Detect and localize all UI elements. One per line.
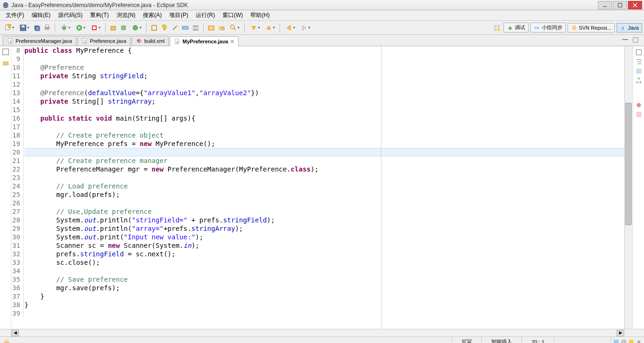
external-tools-button[interactable]: ▾ xyxy=(88,23,102,33)
field-icon[interactable] xyxy=(181,23,190,33)
code-line[interactable]: // Save preference xyxy=(25,275,624,284)
print-button[interactable] xyxy=(42,23,52,33)
gc-icon[interactable] xyxy=(636,339,642,343)
open-task-button[interactable] xyxy=(217,23,226,33)
editor-tab-build-xml[interactable]: build.xml✕ xyxy=(132,36,169,46)
menu-item-2[interactable]: 源代码(S) xyxy=(54,10,86,20)
marker-icon[interactable] xyxy=(160,23,169,33)
menu-item-5[interactable]: 搜索(A) xyxy=(139,10,165,20)
box-icon[interactable] xyxy=(149,23,159,33)
code-line[interactable]: Scanner sc = new Scanner(System.in); xyxy=(25,241,624,250)
code-line[interactable]: @Preference xyxy=(25,63,624,72)
code-line[interactable]: } xyxy=(25,301,624,309)
svg-rect-32 xyxy=(208,26,214,30)
code-line[interactable]: // Create preference object xyxy=(25,131,624,139)
editor-tab-MyPreference-java[interactable]: JMyPreference.java✕ xyxy=(170,36,239,46)
at-icon[interactable]: @ xyxy=(620,339,627,343)
save-button[interactable]: ▾ xyxy=(17,23,31,33)
code-line[interactable] xyxy=(25,80,624,89)
svg-rect-72 xyxy=(4,341,9,343)
vertical-scrollbar[interactable] xyxy=(624,46,633,329)
new-type-button[interactable] xyxy=(119,23,128,33)
tasks-icon[interactable] xyxy=(635,67,643,75)
window-close-button[interactable] xyxy=(628,1,642,9)
menu-item-7[interactable]: 运行(R) xyxy=(192,10,219,20)
code-line[interactable] xyxy=(25,106,624,114)
forward-button[interactable]: ▾ xyxy=(298,23,312,33)
window-minimize-button[interactable] xyxy=(598,1,612,9)
editor-tab-PreferenceManager-java[interactable]: JPreferenceManager.java✕ xyxy=(3,36,76,46)
code-line[interactable]: private String stringField; xyxy=(25,72,624,80)
code-line[interactable]: // Use,Update preference xyxy=(25,207,624,216)
code-line[interactable]: System.out.println("array="+prefs.string… xyxy=(25,224,624,233)
code-line[interactable]: mgr.load(prefs); xyxy=(25,190,624,199)
new-class-button[interactable]: ▾ xyxy=(129,23,143,33)
code-line[interactable] xyxy=(25,173,624,182)
close-tab-icon[interactable]: ✕ xyxy=(230,39,234,45)
code-line[interactable] xyxy=(25,55,624,63)
line-number: 28 xyxy=(12,216,20,224)
window-maximize-button[interactable] xyxy=(613,1,627,9)
main-toolbar: ▾ ▾ ▾ ▾ ▾ ▾ ▾ ▾ ▾ ▾ ▾ 调试 小组同步 SVN Reposi… xyxy=(0,21,644,35)
code-line[interactable]: mgr.save(prefs); xyxy=(25,284,624,292)
update-icon[interactable] xyxy=(613,339,619,343)
scroll-left-button[interactable]: ◀ xyxy=(11,330,19,336)
code-line[interactable]: private String[] stringArray; xyxy=(25,97,624,106)
prev-annotation-button[interactable]: ▾ xyxy=(263,23,277,33)
menu-item-6[interactable]: 项目(P) xyxy=(165,10,192,20)
code-line[interactable] xyxy=(25,122,624,131)
code-line[interactable] xyxy=(25,309,624,318)
ant-icon[interactable] xyxy=(635,101,643,109)
code-line[interactable]: @Preference(defaultValue={"arrayValue1",… xyxy=(25,89,624,97)
code-line[interactable]: sc.close(); xyxy=(25,258,624,267)
outline-icon[interactable] xyxy=(635,57,643,66)
perspective-svn[interactable]: SVN Reposi... xyxy=(568,23,615,33)
menu-item-0[interactable]: 文件(F) xyxy=(2,10,28,20)
restore-icon[interactable] xyxy=(1,47,10,57)
code-editor[interactable]: 8910111213141516171819202122232425262728… xyxy=(11,46,624,329)
back-button[interactable]: ▾ xyxy=(283,23,297,33)
perspective-debug[interactable]: 调试 xyxy=(504,23,528,33)
code-line[interactable] xyxy=(25,199,624,207)
code-line[interactable] xyxy=(25,267,624,275)
open-perspective-button[interactable] xyxy=(492,23,502,33)
menu-item-8[interactable]: 窗口(W) xyxy=(219,10,247,20)
minimize-view-button[interactable] xyxy=(621,36,631,46)
code-line[interactable]: // Load preference xyxy=(25,182,624,190)
menu-item-4[interactable]: 浏览(N) xyxy=(113,10,140,20)
code-line[interactable]: public class MyPreference { xyxy=(25,46,624,55)
code-line[interactable]: System.out.print("Input new value:"); xyxy=(25,233,624,241)
open-type-button[interactable] xyxy=(206,23,216,33)
code-line[interactable]: // Create preference manager xyxy=(25,156,624,165)
maximize-view-button[interactable] xyxy=(632,36,641,46)
horizontal-scrollbar[interactable]: ◀ ▶ xyxy=(0,329,644,336)
next-annotation-button[interactable]: ▾ xyxy=(248,23,262,33)
search-button[interactable]: ▾ xyxy=(227,23,241,33)
save-all-button[interactable] xyxy=(32,23,41,33)
code-line[interactable]: } xyxy=(25,292,624,301)
package-explorer-icon[interactable] xyxy=(1,58,10,68)
code-line[interactable]: public static void main(String[] args){ xyxy=(25,114,624,122)
restore-right-icon[interactable] xyxy=(635,48,643,57)
code-line[interactable]: prefs.stringField = sc.next(); xyxy=(25,250,624,258)
menu-item-3[interactable]: 重构(T) xyxy=(86,10,112,20)
debug-button[interactable]: ▾ xyxy=(58,23,72,33)
code-line[interactable]: PreferenceManager mgr = new PreferenceMa… xyxy=(25,165,624,173)
new-package-button[interactable] xyxy=(108,23,118,33)
menu-item-9[interactable]: 帮助(H) xyxy=(247,10,273,20)
perspective-team-sync[interactable]: 小组同步 xyxy=(530,23,566,33)
hierarchy-icon[interactable] xyxy=(635,76,643,85)
code-line[interactable]: MyPreference prefs = new MyPreference(); xyxy=(25,139,624,148)
new-button[interactable]: ▾ xyxy=(2,23,16,33)
menu-item-1[interactable]: 编辑(E) xyxy=(28,10,54,20)
wand-icon[interactable] xyxy=(170,23,180,33)
code-line[interactable]: System.out.println("stringField=" + pref… xyxy=(25,216,624,224)
problems-icon[interactable] xyxy=(635,110,643,119)
scroll-right-button[interactable]: ▶ xyxy=(617,330,624,336)
editor-tab-Preference-java[interactable]: JPreference.java✕ xyxy=(77,36,131,46)
filter-icon[interactable] xyxy=(191,23,200,33)
tip-icon[interactable] xyxy=(628,339,635,343)
perspective-java[interactable]: JJava xyxy=(617,23,642,33)
code-line[interactable] xyxy=(25,148,624,156)
run-button[interactable]: ▾ xyxy=(73,23,87,33)
